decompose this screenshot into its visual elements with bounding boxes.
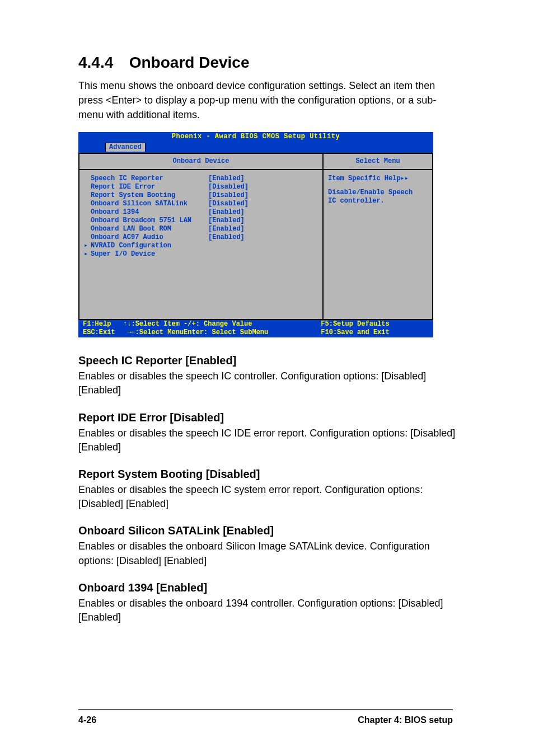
row-arrow-icon [84,191,91,200]
bios-right-panel: Select Menu Item Specific Help▸▸ Disable… [324,154,433,320]
setting-row[interactable]: Report System Booting[Disabled] [84,191,319,200]
item-heading: Onboard 1394 [Enabled] [78,581,456,594]
setting-label: Report IDE Error [91,183,208,191]
item-body: Enables or disables the speech IC contro… [78,369,456,397]
row-arrow-icon [84,208,91,217]
setting-label: Onboard AC97 Audio [91,233,208,242]
setting-value [208,250,319,259]
bios-settings-list: Speech IC Reporter[Enabled] Report IDE E… [79,170,322,263]
submenu-row[interactable]: ▸Super I/O Device [84,250,319,259]
chevron-right-icon: ▸ [84,242,91,250]
help-panel: Item Specific Help▸▸ Disable/Enable Spee… [324,170,432,210]
item-heading: Onboard Silicon SATALink [Enabled] [78,524,456,537]
setting-value [208,242,319,250]
help-text: IC controller. [328,197,428,205]
item-body: Enables or disables the speech IC system… [78,483,456,511]
row-arrow-icon [84,175,91,183]
setting-label: NVRAID Configuration [91,242,208,250]
item-body: Enables or disables the onboard 1394 con… [78,597,456,624]
setting-label: Onboard LAN Boot ROM [91,225,208,233]
setting-row[interactable]: Speech IC Reporter[Enabled] [84,175,319,183]
setting-row[interactable]: Onboard Silicon SATALink[Disabled] [84,200,319,208]
page-number: 4-26 [78,715,96,725]
setting-value: [Enabled] [208,225,319,233]
row-arrow-icon [84,225,91,233]
setting-row[interactable]: Onboard LAN Boot ROM[Enabled] [84,225,319,233]
chapter-label: Chapter 4: BIOS setup [358,715,453,725]
row-arrow-icon [84,233,91,242]
page-footer: 4-26 Chapter 4: BIOS setup [78,709,453,725]
setting-label: Onboard 1394 [91,208,208,217]
bios-left-panel: Onboard Device Speech IC Reporter[Enable… [78,154,324,320]
row-arrow-icon [84,217,91,225]
item-body: Enables or disables the speech IC IDE er… [78,426,456,454]
item-heading: Report IDE Error [Disabled] [78,411,456,424]
setting-label: Super I/O Device [91,250,208,259]
setting-value: [Disabled] [208,183,319,191]
row-arrow-icon [84,200,91,208]
help-title: Item Specific Help▸▸ [328,175,428,183]
section-number: 4.4.4 [78,54,113,72]
section-title: Onboard Device [129,54,250,72]
setting-value: [Enabled] [208,233,319,242]
item-heading: Report System Booting [Disabled] [78,468,456,481]
bios-footer: F1:Help ↑↓:Select ItemESC:Exit →←:Select… [78,320,433,337]
setting-value: [Enabled] [208,208,319,217]
setting-value: [Disabled] [208,191,319,200]
setting-value: [Disabled] [208,200,319,208]
setting-label: Onboard Silicon SATALink [91,200,208,208]
setting-value: [Enabled] [208,175,319,183]
setting-label: Speech IC Reporter [91,175,208,183]
bios-screenshot: Phoenix - Award BIOS CMOS Setup Utility … [78,132,433,337]
tab-advanced[interactable]: Advanced [105,143,146,152]
row-arrow-icon [84,183,91,191]
left-panel-title: Onboard Device [79,154,322,170]
setting-label: Report System Booting [91,191,208,200]
footer-right: F5:Setup DefaultsF10:Save and Exit [321,320,429,337]
submenu-row[interactable]: ▸NVRAID Configuration [84,242,319,250]
setting-label: Onboard Broadcom 5751 LAN [91,217,208,225]
setting-row[interactable]: Onboard Broadcom 5751 LAN[Enabled] [84,217,319,225]
item-body: Enables or disables the onboard Silicon … [78,539,456,567]
setting-row[interactable]: Onboard 1394[Enabled] [84,208,319,217]
intro-paragraph: This menu shows the onboard device confi… [78,78,456,122]
setting-row[interactable]: Onboard AC97 Audio[Enabled] [84,233,319,242]
setting-value: [Enabled] [208,217,319,225]
footer-left: F1:Help ↑↓:Select ItemESC:Exit →←:Select… [83,320,184,337]
chevron-right-icon: ▸ [84,250,91,259]
help-text: Disable/Enable Speech [328,189,428,197]
footer-mid: -/+: Change ValueEnter: Select SubMenu [184,320,321,337]
item-heading: Speech IC Reporter [Enabled] [78,354,456,367]
setting-row[interactable]: Report IDE Error[Disabled] [84,183,319,191]
right-panel-title: Select Menu [324,154,432,170]
section-heading: 4.4.4 Onboard Device [78,54,456,72]
bios-tab-row: Advanced [78,141,433,153]
bios-title: Phoenix - Award BIOS CMOS Setup Utility [78,132,433,141]
